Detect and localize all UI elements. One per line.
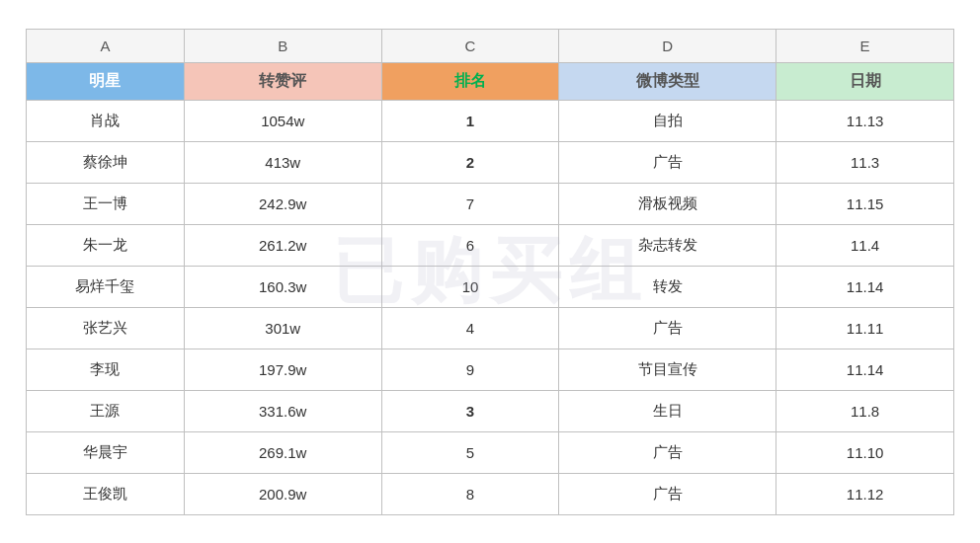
cell-star: 李现 [27, 349, 185, 390]
cell-engagement: 197.9w [184, 349, 381, 390]
cell-date: 11.13 [776, 100, 954, 141]
cell-date: 11.8 [776, 390, 954, 431]
spreadsheet-container: 已购买组 A B C D E 明星 转赞评 排名 微博类型 日期 [0, 0, 980, 543]
table-row: 张艺兴301w4广告11.11 [27, 307, 954, 349]
cell-rank: 9 [381, 349, 559, 390]
column-letter-row: A B C D E [27, 29, 954, 62]
cell-date: 11.10 [776, 431, 954, 473]
cell-type: 节目宣传 [559, 349, 776, 390]
header-date: 日期 [776, 62, 954, 100]
table-row: 蔡徐坤413w2广告11.3 [27, 141, 954, 183]
table-row: 王一博242.9w7滑板视频11.15 [27, 183, 954, 224]
table-row: 肖战1054w1自拍11.13 [27, 100, 954, 141]
cell-type: 生日 [559, 390, 776, 431]
table-row: 李现197.9w9节目宣传11.14 [27, 349, 954, 390]
col-letter-C: C [381, 29, 559, 62]
cell-engagement: 331.6w [184, 390, 381, 431]
cell-rank: 7 [381, 183, 559, 224]
cell-date: 11.11 [776, 307, 954, 349]
cell-engagement: 413w [184, 141, 381, 183]
cell-engagement: 269.1w [184, 431, 381, 473]
cell-type: 转发 [559, 266, 776, 307]
cell-rank: 4 [381, 307, 559, 349]
table-row: 朱一龙261.2w6杂志转发11.4 [27, 224, 954, 266]
table-row: 易烊千玺160.3w10转发11.14 [27, 266, 954, 307]
cell-date: 11.4 [776, 224, 954, 266]
cell-date: 11.14 [776, 266, 954, 307]
cell-star: 蔡徐坤 [27, 141, 185, 183]
data-header-row: 明星 转赞评 排名 微博类型 日期 [27, 62, 954, 100]
main-table: A B C D E 明星 转赞评 排名 微博类型 日期 肖战1054w1自拍11… [26, 29, 954, 515]
cell-rank: 10 [381, 266, 559, 307]
table-row: 王源331.6w3生日11.8 [27, 390, 954, 431]
cell-engagement: 200.9w [184, 473, 381, 514]
cell-star: 王俊凯 [27, 473, 185, 514]
cell-star: 肖战 [27, 100, 185, 141]
col-letter-B: B [184, 29, 381, 62]
cell-engagement: 242.9w [184, 183, 381, 224]
cell-star: 易烊千玺 [27, 266, 185, 307]
cell-date: 11.14 [776, 349, 954, 390]
header-engagement: 转赞评 [184, 62, 381, 100]
cell-star: 王一博 [27, 183, 185, 224]
cell-rank: 3 [381, 390, 559, 431]
cell-date: 11.15 [776, 183, 954, 224]
cell-date: 11.3 [776, 141, 954, 183]
cell-type: 杂志转发 [559, 224, 776, 266]
cell-rank: 6 [381, 224, 559, 266]
cell-engagement: 160.3w [184, 266, 381, 307]
cell-rank: 5 [381, 431, 559, 473]
cell-star: 华晨宇 [27, 431, 185, 473]
cell-engagement: 1054w [184, 100, 381, 141]
cell-rank: 1 [381, 100, 559, 141]
col-letter-A: A [27, 29, 185, 62]
col-letter-D: D [559, 29, 776, 62]
header-rank: 排名 [381, 62, 559, 100]
cell-type: 广告 [559, 307, 776, 349]
header-type: 微博类型 [559, 62, 776, 100]
table-row: 华晨宇269.1w5广告11.10 [27, 431, 954, 473]
cell-star: 王源 [27, 390, 185, 431]
cell-type: 滑板视频 [559, 183, 776, 224]
cell-type: 广告 [559, 473, 776, 514]
cell-rank: 2 [381, 141, 559, 183]
cell-star: 朱一龙 [27, 224, 185, 266]
cell-engagement: 261.2w [184, 224, 381, 266]
cell-type: 广告 [559, 431, 776, 473]
col-letter-E: E [776, 29, 954, 62]
header-star: 明星 [27, 62, 185, 100]
cell-type: 广告 [559, 141, 776, 183]
cell-date: 11.12 [776, 473, 954, 514]
table-row: 王俊凯200.9w8广告11.12 [27, 473, 954, 514]
cell-star: 张艺兴 [27, 307, 185, 349]
cell-engagement: 301w [184, 307, 381, 349]
cell-type: 自拍 [559, 100, 776, 141]
cell-rank: 8 [381, 473, 559, 514]
